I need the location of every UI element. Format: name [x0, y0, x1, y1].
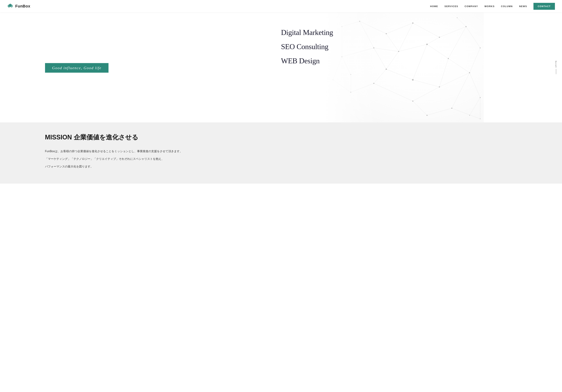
svg-point-57	[412, 79, 414, 81]
svg-point-49	[465, 26, 467, 27]
hero-tagline: Good influence, Good life	[45, 63, 109, 73]
logo-icon	[7, 3, 13, 9]
mission-title: MISSION 企業価値を進化させる	[45, 133, 517, 142]
main-nav: HOME SERVICES COMPANY WORKS COLUMN NEWS …	[430, 3, 555, 10]
svg-point-61	[412, 101, 413, 102]
nav-column[interactable]: COLUMN	[501, 5, 513, 8]
mission-paragraph-2: 「マーケティング」「テクノロジー」「クリエイティブ」それぞれにスペシャリストを抱…	[45, 156, 517, 162]
mission-section: MISSION 企業価値を進化させる FunBoxは、お客様の持つ企業価値を進化…	[0, 122, 562, 184]
scroll-indicator: Scroll	[555, 61, 557, 74]
nav-company[interactable]: COMPANY	[465, 5, 478, 8]
site-header: FunBox HOME SERVICES COMPANY WORKS COLUM…	[0, 0, 562, 12]
nav-contact-button[interactable]: CONTACT	[533, 3, 555, 10]
svg-point-50	[480, 48, 481, 48]
hero-service-digital: Digital Marketing	[281, 25, 333, 40]
nav-home[interactable]: HOME	[430, 5, 438, 8]
hero-service-web: WEB Design	[281, 54, 333, 68]
nav-works[interactable]: WORKS	[484, 5, 495, 8]
svg-point-52	[426, 44, 428, 45]
svg-point-63	[451, 108, 452, 109]
hero-background	[140, 12, 562, 122]
mission-paragraph-3: パフォーマンスの最大化を図ります。	[45, 163, 517, 170]
svg-point-48	[439, 37, 440, 38]
svg-point-71	[469, 115, 470, 116]
svg-point-56	[386, 69, 387, 70]
mission-paragraph-1: FunBoxは、お客様の持つ企業価値を進化させることをミッションとし、事業推進の…	[45, 148, 517, 154]
hero-section: Digital Marketing SEO Consulting WEB Des…	[0, 12, 562, 122]
svg-point-46	[386, 33, 387, 34]
logo-link[interactable]: FunBox	[7, 3, 30, 9]
scroll-label: Scroll	[555, 61, 557, 68]
svg-point-53	[448, 58, 449, 59]
hero-service-seo: SEO Consulting	[281, 40, 333, 54]
svg-point-51	[398, 51, 399, 52]
svg-point-69	[457, 17, 457, 18]
svg-point-64	[480, 97, 481, 98]
nav-news[interactable]: NEWS	[519, 5, 527, 8]
hero-services: Digital Marketing SEO Consulting WEB Des…	[281, 25, 333, 68]
svg-point-70	[480, 119, 480, 119]
svg-point-54	[469, 72, 470, 73]
svg-point-47	[412, 23, 413, 24]
svg-point-62	[426, 115, 427, 116]
logo-text: FunBox	[15, 4, 30, 9]
scroll-line	[556, 69, 556, 74]
nav-services[interactable]: SERVICES	[445, 5, 458, 8]
svg-point-58	[439, 86, 440, 87]
hero-content: Good influence, Good life	[45, 59, 109, 73]
